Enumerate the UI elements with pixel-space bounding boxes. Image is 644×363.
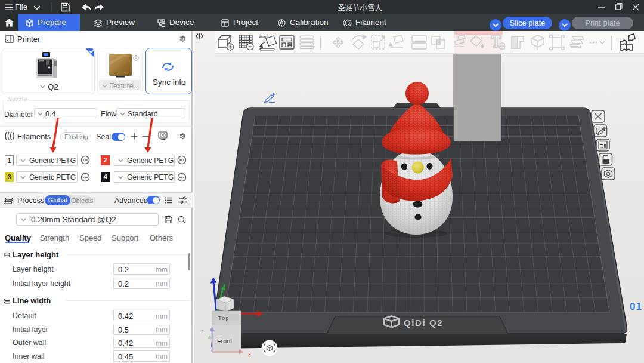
svg-text:z: z — [201, 328, 204, 334]
svg-text:01: 01 — [630, 301, 642, 312]
svg-text:AUTO: AUTO — [259, 35, 268, 39]
svg-text:x: x — [248, 351, 251, 358]
svg-text:Top: Top — [218, 315, 230, 321]
svg-text:Front: Front — [217, 338, 233, 344]
svg-text:QiDi Q2: QiDi Q2 — [404, 318, 443, 328]
